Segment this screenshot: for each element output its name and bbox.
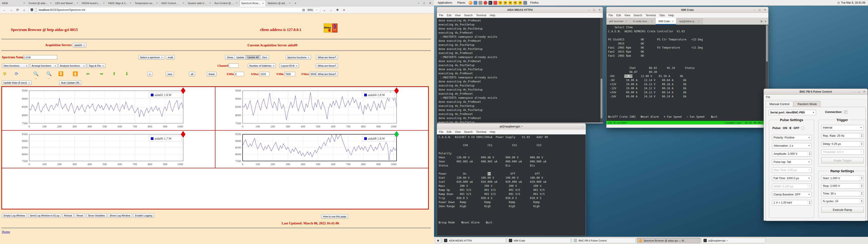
launcher-icon[interactable] [493, 1, 497, 5]
tab-close-icon[interactable]: ✕ [183, 2, 184, 4]
attenuation-dropdown[interactable]: Attenuation: 1 x▼ [772, 143, 812, 148]
x-button[interactable]: x [147, 72, 152, 77]
reload-icon[interactable]: ⟳ [16, 8, 20, 12]
enable-logging-button[interactable]: Enable Logging [133, 213, 154, 218]
taskbar-item-bnc-pb-5-pulser-control[interactable]: BNC PB-5 Pulser Control [572, 238, 636, 243]
window-minimize-button[interactable]: – [418, 2, 419, 5]
applications-menu[interactable]: Applications [436, 1, 454, 5]
menu-view[interactable]: View [624, 14, 630, 17]
page-info-icon[interactable] [35, 8, 37, 11]
midas-icon[interactable]: M [513, 1, 517, 5]
connection-checkbox[interactable]: ✓ [844, 111, 847, 114]
menu-help[interactable]: Help [669, 14, 674, 17]
pocket-icon[interactable]: ⌄ [322, 8, 327, 12]
scrollbar[interactable] [600, 18, 603, 123]
refresh-icon[interactable]: ⟳ [13, 71, 20, 77]
firefox-icon[interactable] [469, 1, 472, 5]
shield-icon[interactable] [31, 8, 33, 11]
menu-edit[interactable]: Edit [616, 14, 621, 17]
pi-titlebar[interactable]: pi@raspberrypi: ~ – [437, 124, 586, 129]
polarity-dropdown[interactable]: Polarity: Positive▼ [772, 135, 812, 140]
trigger-mode-dropdown[interactable]: Internal▼ [821, 125, 864, 130]
browser-tab-asic-control-aid[interactable]: ASIC Control @ aid✕ [160, 0, 186, 6]
back-icon[interactable]: ← [2, 8, 7, 12]
menu-search[interactable]: Search [464, 14, 473, 17]
ramp-stop-spinner[interactable]: Stop: 2.000 V▲▼ [821, 183, 864, 189]
browser-tab-control-aidas-gs[interactable]: Control @ aidas-gs✕ [27, 0, 53, 6]
places-menu[interactable]: Places [456, 1, 467, 5]
tab-close-icon[interactable]: ✕ [209, 2, 211, 4]
browser-tab-run-control-aida[interactable]: Run Control @ aida✕ [213, 0, 239, 6]
midas-icon[interactable]: M [518, 1, 522, 5]
url-text[interactable]: localhost:8015/Spectrum/Spectrum.tml [39, 8, 301, 11]
browser-tab-temperature-and-st[interactable]: Temperature and st✕ [133, 0, 160, 6]
tab-close-icon[interactable]: ✕ [76, 2, 78, 4]
zoom-in-icon[interactable]: 🔍+ [33, 71, 39, 81]
galleries-dropdown[interactable]: Number of Galleries∨ [248, 63, 276, 68]
zero-button[interactable]: Zero [260, 55, 269, 60]
serial-port-dropdown[interactable]: Serial port: /dev/BNC-PB5▼ [769, 110, 816, 115]
scroll-up-icon[interactable]: ⬆ [111, 71, 117, 77]
tab-close-icon[interactable]: ✕ [50, 2, 52, 4]
spectrum-name-input[interactable]: 1.8.W [23, 55, 57, 59]
channel-input[interactable] [229, 63, 239, 68]
xmin-input[interactable]: 0 [234, 72, 244, 76]
tab-close-icon[interactable]: ✕ [156, 2, 158, 4]
xmax-input[interactable]: 1019 [259, 72, 270, 76]
rep-rate-spinner[interactable]: Rep. Rate: 25 Hz▲▼ [821, 133, 864, 139]
maximize-icon[interactable]: □ [858, 90, 860, 93]
menu-icon[interactable]: ≡ [342, 8, 346, 12]
taskbar-item-aida-midas-httpd[interactable]: AIDA MIDAS HTTPd [442, 238, 506, 243]
tab-manual-control[interactable]: Manual Control [766, 101, 793, 107]
browser-tab-spectrum-browser[interactable]: Spectrum Browser✕ [239, 0, 266, 6]
clamp-baseline-dropdown[interactable]: Clamp Baseline: OFF▼ [772, 192, 812, 197]
show-log-window-button[interactable]: Show Log Window [108, 213, 132, 218]
execute-ramp-button[interactable]: Execute Ramp [821, 207, 864, 213]
menu-terminal[interactable]: Terminal [476, 14, 486, 17]
tab-close-icon[interactable]: ✕ [289, 2, 290, 4]
tags-fits-dropdown[interactable]: Tags & Fits∨ [87, 63, 105, 68]
midas-icon[interactable]: M [503, 1, 507, 5]
what-are-these-button[interactable]: What are these? [316, 55, 338, 60]
show-desktop-button[interactable]: ▣ [435, 238, 441, 243]
ramp-start-spinner[interactable]: Start: 1.000 V▲▼ [821, 176, 864, 181]
aida-terminal-output[interactable]: done executing do_PreReset executing do_… [437, 18, 603, 123]
what-are-these-button[interactable]: What are these? [316, 63, 338, 68]
menu-search[interactable]: Search [633, 14, 642, 17]
spectrum-chart-aida04[interactable]: 7500800085009000950001002003004005006007… [215, 87, 429, 130]
midas-icon[interactable]: M [498, 1, 502, 5]
amplitude-spinner[interactable]: Amplitude: 2.000 V▲▼ [772, 151, 812, 157]
minimize-icon[interactable]: – [854, 90, 855, 93]
browser-tab-statistics-aidas-g[interactable]: Statistics @ aidas-g✕ [266, 0, 292, 6]
collapse-y-icon[interactable]: ⏬ [58, 71, 64, 77]
browser-tab-fadc-align-cont[interactable]: FADC Align & Cont✕ [107, 0, 133, 6]
reload-button[interactable]: Reload [62, 213, 74, 218]
forward-icon[interactable]: → [9, 8, 13, 12]
pulse-top-dropdown[interactable]: Pulse top: Tail▼ [772, 159, 812, 165]
home-link[interactable]: Home [2, 230, 10, 234]
update-all-button[interactable]: Update All [246, 55, 260, 60]
acquisition-server-select[interactable]: aida09∨ [73, 43, 86, 48]
tab-close-icon[interactable]: ✕ [129, 2, 131, 4]
tab-close-icon[interactable]: ✕ [236, 2, 237, 4]
scroll-right-icon[interactable]: ➡ [98, 71, 104, 77]
aida-titlebar[interactable]: AIDA MIDAS HTTPd –◻✕ [437, 7, 603, 13]
spectra-functions-dropdown[interactable]: Spectra functions∨ [286, 55, 311, 60]
close-icon[interactable]: ✕ [764, 8, 766, 11]
ramp-time-spinner[interactable]: Time: 30 s▲▼ [821, 191, 864, 196]
taskbar-item-spectrum-browser-aidas-gsi-m-[interactable]: Spectrum Browser @ aidas-gsi — M... [637, 238, 701, 243]
ymin-input[interactable]: 7500 [284, 72, 295, 76]
update-button[interactable]: Update [235, 55, 246, 60]
spectrum-chart-aida02[interactable]: 7500800085009000950001002003004005006007… [2, 87, 215, 130]
menu-tabs[interactable]: Tabs [659, 14, 665, 17]
fall-time-dropdown[interactable]: Fall Time: 1000.0 μs▼ [772, 176, 812, 181]
menu-file[interactable]: File [439, 14, 443, 17]
multi-button[interactable]: multi [166, 55, 175, 60]
close-icon[interactable]: ✕ [598, 8, 600, 11]
minimize-icon[interactable]: – [754, 8, 755, 11]
tab-random-mode[interactable]: Random Mode [794, 101, 820, 107]
close-icon[interactable]: ✕ [863, 90, 865, 93]
kev-calibration-spinner[interactable]: 1 V = 1.00 keV▲▼ [772, 200, 812, 205]
radiation-icon[interactable]: ☢ [2, 71, 8, 77]
terminal-tab-nim-crate[interactable]: NIM Crate✕ [656, 18, 677, 25]
